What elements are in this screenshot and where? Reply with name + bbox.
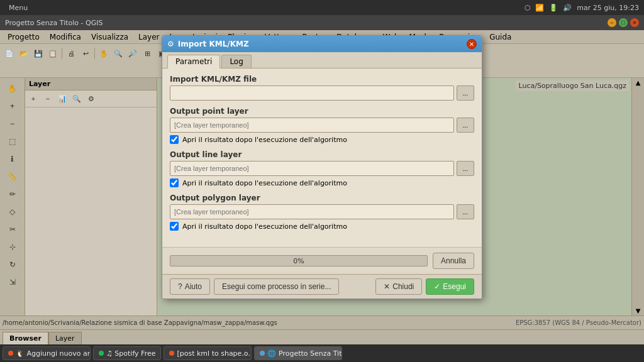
dialog-buttons-left: ? Aiuto Esegui come processo in serie... (170, 278, 339, 295)
cancel-button[interactable]: Annulla (433, 253, 474, 269)
dialog-titlebar: ⚙ Import KML/KMZ ✕ (162, 36, 482, 52)
log-tab[interactable]: Log (221, 55, 251, 68)
system-bar-right: ⬡ 📶 🔋 🔊 mar 25 giu, 19:23 (525, 4, 639, 12)
progress-label: 0% (293, 257, 304, 265)
output-line-browse-button[interactable]: ... (457, 161, 474, 176)
output-point-row: ... (170, 118, 474, 133)
dialog-tabs: Parametri Log (162, 52, 482, 69)
output-polygon-checkbox[interactable] (170, 222, 179, 231)
taskbar-item-2[interactable]: [post kml to shape.o... (164, 346, 252, 360)
dialog-buttons: ? Aiuto Esegui come processo in serie...… (162, 274, 482, 299)
output-polygon-group: Output polygon layer ... Apri il risulta… (170, 194, 474, 231)
output-point-check: Apri il risultato dopo l'esecuzione dell… (170, 135, 474, 144)
parametri-tab[interactable]: Parametri (167, 55, 220, 69)
taskbar-item-3[interactable]: 🌐 Progetto Senza Titol... (254, 346, 342, 360)
taskbar-label-3: 🌐 Progetto Senza Titol... (267, 349, 342, 358)
taskbar-dot-2 (169, 351, 174, 356)
modal-overlay: ⚙ Import KML/KMZ ✕ Parametri Log Import … (0, 15, 644, 344)
batch-button[interactable]: Esegui come processo in serie... (214, 278, 339, 295)
taskbar-dot-0 (8, 351, 13, 356)
battery-icon: 🔋 (549, 4, 558, 12)
kml-file-group: Import KML/KMZ file ... (170, 75, 474, 101)
import-kml-dialog: ⚙ Import KML/KMZ ✕ Parametri Log Import … (162, 35, 482, 299)
wifi-icon: 📶 (535, 4, 544, 12)
kml-file-input[interactable] (170, 85, 454, 101)
kml-file-browse-button[interactable]: ... (457, 85, 474, 101)
progress-area: 0% Annulla (162, 247, 482, 274)
volume-icon: 🔊 (563, 4, 572, 12)
output-polygon-label: Output polygon layer (170, 194, 474, 202)
output-point-check-label: Apri il risultato dopo l'esecuzione dell… (182, 136, 347, 144)
output-polygon-check-label: Apri il risultato dopo l'esecuzione dell… (182, 222, 347, 231)
output-polygon-input[interactable] (170, 204, 454, 219)
output-line-check: Apri il risultato dopo l'esecuzione dell… (170, 178, 474, 187)
output-polygon-row: ... (170, 204, 474, 219)
help-button[interactable]: ? Aiuto (170, 278, 210, 295)
menu-label[interactable]: Menu (5, 4, 31, 12)
taskbar-dot-3 (260, 351, 265, 356)
output-polygon-check: Apri il risultato dopo l'esecuzione dell… (170, 222, 474, 231)
run-check-icon: ✓ (434, 282, 440, 291)
system-bar: Menu ⬡ 📶 🔋 🔊 mar 25 giu, 19:23 (0, 0, 644, 15)
taskbar-label-0: 🐧 Aggiungi nuovo artic... (16, 349, 91, 358)
output-point-input[interactable] (170, 118, 454, 133)
output-point-label: Output point layer (170, 107, 474, 116)
output-line-checkbox[interactable] (170, 178, 179, 187)
output-line-row: ... (170, 161, 474, 176)
help-icon: ? (178, 282, 182, 291)
output-polygon-browse-button[interactable]: ... (457, 204, 474, 219)
bluetooth-icon: ⬡ (525, 4, 531, 12)
output-line-check-label: Apri il risultato dopo l'esecuzione dell… (182, 179, 347, 187)
close-dialog-button[interactable]: ✕ Chiudi (375, 278, 422, 295)
time-display: mar 25 giu, 19:23 (577, 4, 639, 12)
output-line-input[interactable] (170, 161, 454, 176)
taskbar-item-1[interactable]: ♫ Spotify Free (93, 346, 161, 360)
output-line-group: Output line layer ... Apri il risultato … (170, 150, 474, 187)
dialog-close-button[interactable]: ✕ (467, 39, 477, 49)
kml-file-label: Import KML/KMZ file (170, 75, 474, 84)
dialog-title: Import KML/KMZ (178, 40, 249, 48)
run-button[interactable]: ✓ Esegui (426, 278, 474, 295)
taskbar-label-1: ♫ Spotify Free (106, 349, 155, 358)
dialog-icon: ⚙ (167, 40, 174, 48)
output-line-label: Output line layer (170, 150, 474, 159)
taskbar-item-0[interactable]: 🐧 Aggiungi nuovo artic... (3, 346, 91, 360)
progress-bar: 0% (170, 255, 428, 266)
dialog-buttons-right: ✕ Chiudi ✓ Esegui (375, 278, 474, 295)
qgis-window: Progetto Senza Titolo - QGIS − □ × Proge… (0, 15, 644, 362)
output-point-browse-button[interactable]: ... (457, 118, 474, 133)
kml-file-row: ... (170, 85, 474, 101)
system-bar-left: Menu (5, 4, 31, 12)
taskbar-label-2: [post kml to shape.o... (177, 349, 252, 358)
output-point-group: Output point layer ... Apri il risultato… (170, 107, 474, 144)
output-point-checkbox[interactable] (170, 135, 179, 144)
close-x-icon: ✕ (384, 282, 390, 291)
dialog-content: Import KML/KMZ file ... Output point lay… (162, 69, 482, 247)
taskbar-dot-1 (99, 351, 104, 356)
taskbar: 🐧 Aggiungi nuovo artic... ♫ Spotify Free… (0, 344, 644, 362)
